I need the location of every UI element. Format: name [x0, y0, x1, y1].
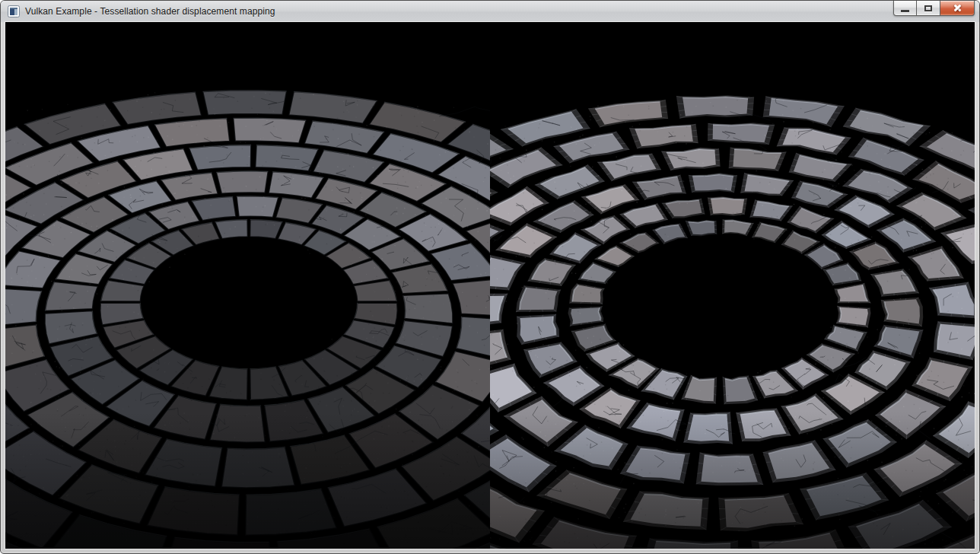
- torus-render-with-displacement[interactable]: [490, 22, 975, 549]
- window-title: Vulkan Example - Tessellation shader dis…: [25, 6, 275, 17]
- render-area: [5, 22, 975, 549]
- minimize-button[interactable]: [893, 1, 917, 16]
- app-window: Vulkan Example - Tessellation shader dis…: [0, 0, 980, 554]
- maximize-button[interactable]: [917, 1, 940, 16]
- window-controls: [893, 1, 975, 16]
- minimize-icon: [901, 10, 909, 12]
- application-icon[interactable]: [8, 5, 20, 18]
- title-bar[interactable]: Vulkan Example - Tessellation shader dis…: [1, 1, 979, 22]
- close-button[interactable]: [940, 1, 975, 16]
- close-icon: [953, 4, 963, 12]
- torus-render-no-displacement[interactable]: [5, 22, 490, 549]
- maximize-icon: [924, 5, 932, 11]
